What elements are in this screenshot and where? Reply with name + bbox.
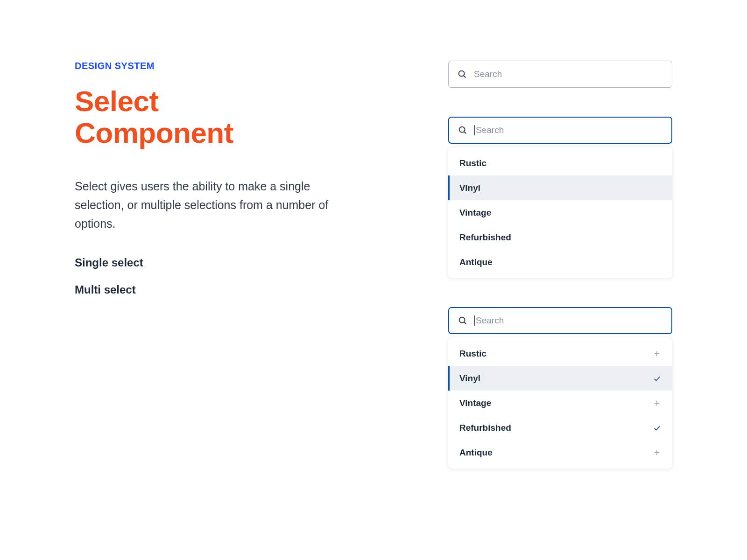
search-box-single-focused[interactable]: Search bbox=[448, 117, 672, 144]
single-option-vintage[interactable]: Vintage bbox=[448, 200, 672, 225]
option-label: Vinyl bbox=[459, 373, 480, 384]
search-placeholder-text: Search bbox=[476, 125, 504, 135]
option-label: Rustic bbox=[459, 158, 486, 168]
single-option-vinyl[interactable]: Vinyl bbox=[448, 175, 672, 200]
single-option-rustic[interactable]: Rustic bbox=[448, 151, 672, 175]
option-label: Antique bbox=[459, 257, 493, 267]
svg-point-2 bbox=[459, 127, 465, 133]
single-select-heading: Single select bbox=[75, 256, 336, 269]
multi-select-heading: Multi select bbox=[75, 283, 336, 296]
page-title: Select Component bbox=[75, 85, 336, 149]
option-label: Refurbished bbox=[459, 232, 511, 243]
component-description: Select gives users the ability to make a… bbox=[75, 177, 336, 233]
left-column: DESIGN SYSTEM Select Component Select gi… bbox=[75, 61, 336, 497]
search-input-single[interactable]: Search bbox=[474, 125, 663, 135]
plus-icon bbox=[653, 399, 661, 407]
check-icon bbox=[653, 374, 661, 383]
svg-point-4 bbox=[459, 317, 465, 323]
search-box-multi-focused[interactable]: Search bbox=[448, 307, 672, 334]
title-line-1: Select bbox=[75, 85, 159, 117]
search-icon bbox=[458, 315, 468, 326]
right-column: Search Rustic Vinyl Vintage Refurbished … bbox=[448, 61, 672, 497]
search-input-closed[interactable] bbox=[474, 69, 663, 79]
search-box-closed[interactable] bbox=[448, 61, 672, 88]
option-label: Rustic bbox=[459, 349, 486, 359]
multi-option-antique[interactable]: Antique bbox=[448, 440, 672, 465]
search-icon bbox=[457, 69, 467, 79]
single-select-dropdown: Rustic Vinyl Vintage Refurbished Antique bbox=[448, 147, 672, 278]
multi-option-refurbished[interactable]: Refurbished bbox=[448, 415, 672, 440]
option-label: Vintage bbox=[459, 398, 491, 408]
plus-icon bbox=[653, 448, 661, 457]
option-label: Antique bbox=[459, 448, 493, 458]
search-input-multi[interactable]: Search bbox=[474, 315, 663, 326]
option-label: Vinyl bbox=[459, 183, 480, 193]
page-container: DESIGN SYSTEM Select Component Select gi… bbox=[0, 0, 747, 497]
multi-option-rustic[interactable]: Rustic bbox=[448, 341, 672, 366]
multi-option-vintage[interactable]: Vintage bbox=[448, 391, 672, 415]
single-option-antique[interactable]: Antique bbox=[448, 250, 672, 274]
plus-icon bbox=[653, 350, 661, 358]
title-line-2: Component bbox=[75, 117, 233, 149]
text-caret-icon bbox=[474, 125, 475, 135]
option-label: Vintage bbox=[459, 208, 491, 218]
svg-line-1 bbox=[464, 76, 465, 77]
multi-option-vinyl[interactable]: Vinyl bbox=[448, 366, 672, 391]
single-option-refurbished[interactable]: Refurbished bbox=[448, 225, 672, 250]
search-icon bbox=[458, 125, 468, 135]
svg-line-3 bbox=[464, 132, 466, 133]
search-placeholder-text: Search bbox=[476, 315, 504, 326]
option-label: Refurbished bbox=[459, 423, 511, 433]
text-caret-icon bbox=[474, 315, 475, 326]
multi-select-dropdown: Rustic Vinyl Vintage Refu bbox=[448, 337, 672, 469]
check-icon bbox=[653, 424, 661, 432]
eyebrow-label: DESIGN SYSTEM bbox=[75, 61, 336, 71]
svg-line-5 bbox=[464, 322, 466, 324]
svg-point-0 bbox=[459, 71, 465, 77]
